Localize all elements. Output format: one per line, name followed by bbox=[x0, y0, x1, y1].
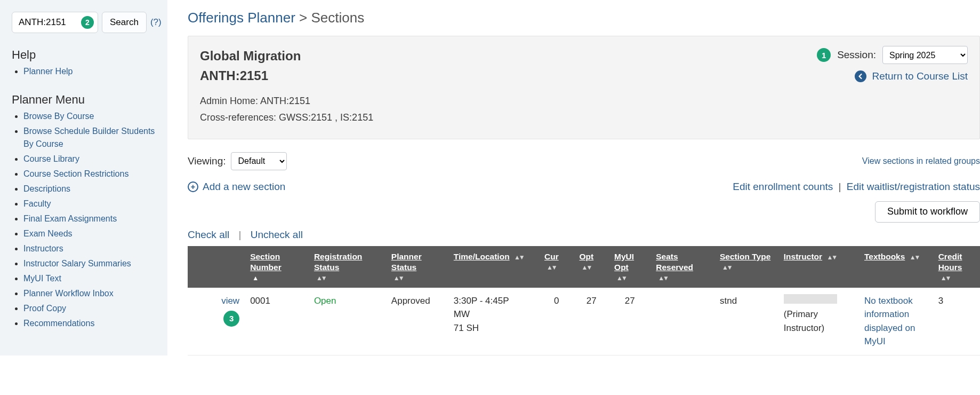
sort-icon: ▲▼ bbox=[514, 254, 524, 261]
session-select[interactable]: Spring 2025 bbox=[882, 46, 968, 64]
sort-icon: ▲▼ bbox=[547, 264, 556, 271]
view-related-groups-link[interactable]: View sections in related groups bbox=[862, 156, 980, 166]
menu-final-exam-assignments[interactable]: Final Exam Assignments bbox=[23, 214, 117, 223]
menu-proof-copy[interactable]: Proof Copy bbox=[23, 304, 66, 313]
check-row: Check all | Uncheck all bbox=[188, 229, 980, 241]
table-row: view 3 0001 Open Approved 3:30P - 4:45P … bbox=[188, 288, 980, 356]
menu-planner-workflow-inbox[interactable]: Planner Workflow Inbox bbox=[23, 289, 114, 298]
sort-icon: ▲▼ bbox=[722, 264, 732, 271]
sidebar: 2 Search (?) Help Planner Help Planner M… bbox=[0, 0, 167, 356]
sort-icon: ▲▼ bbox=[393, 274, 403, 282]
breadcrumb-offerings-planner[interactable]: Offerings Planner bbox=[188, 10, 295, 26]
sort-asc-icon: ▲ bbox=[252, 274, 257, 282]
col-checkbox bbox=[188, 246, 208, 288]
edit-waitlist-status-link[interactable]: Edit waitlist/registration status bbox=[847, 181, 980, 192]
cell-planner-status: Approved bbox=[386, 288, 448, 356]
edit-enrollment-counts-link[interactable]: Edit enrollment counts bbox=[733, 181, 833, 192]
col-time-location[interactable]: Time/Location ▲▼ bbox=[448, 246, 539, 288]
menu-instructors[interactable]: Instructors bbox=[23, 244, 63, 253]
viewing-row: Viewing: Default View sections in relate… bbox=[188, 152, 980, 170]
time-line-3: 71 SH bbox=[454, 323, 479, 333]
menu-instructor-salary-summaries[interactable]: Instructor Salary Summaries bbox=[23, 259, 131, 268]
breadcrumb-current: Sections bbox=[311, 10, 365, 26]
help-list: Planner Help bbox=[12, 65, 156, 78]
cell-myui-opt: 27 bbox=[609, 288, 650, 356]
course-code: ANTH:2151 bbox=[200, 68, 268, 83]
col-planner-status[interactable]: Planner Status ▲▼ bbox=[386, 246, 448, 288]
help-section: Help Planner Help bbox=[12, 48, 156, 78]
col-opt[interactable]: Opt ▲▼ bbox=[574, 246, 609, 288]
textbooks-link[interactable]: No textbook information displayed on MyU… bbox=[864, 296, 915, 347]
planner-menu-section: Planner Menu Browse By Course Browse Sch… bbox=[12, 93, 156, 330]
submit-row: Submit to workflow bbox=[188, 201, 980, 223]
cell-instructor: (Primary Instructor) bbox=[778, 288, 859, 356]
col-seats-reserved[interactable]: Seats Reserved ▲▼ bbox=[650, 246, 714, 288]
col-registration-status[interactable]: Registration Status ▲▼ bbox=[309, 246, 386, 288]
return-row: Return to Course List bbox=[855, 70, 968, 82]
sort-icon: ▲▼ bbox=[582, 264, 591, 271]
check-all-link[interactable]: Check all bbox=[188, 229, 229, 240]
menu-browse-by-course[interactable]: Browse By Course bbox=[23, 112, 94, 121]
col-view bbox=[208, 246, 245, 288]
col-cur[interactable]: Cur ▲▼ bbox=[539, 246, 574, 288]
course-name: Global Migration bbox=[200, 49, 301, 63]
add-section-link[interactable]: Add a new section bbox=[203, 181, 285, 193]
help-heading: Help bbox=[12, 48, 156, 62]
view-section-link[interactable]: view bbox=[221, 296, 239, 306]
cell-seats-reserved bbox=[650, 288, 714, 356]
cell-credit-hours: 3 bbox=[933, 288, 980, 356]
col-instructor[interactable]: Instructor ▲▼ bbox=[778, 246, 859, 288]
col-credit-hours[interactable]: Credit Hours ▲▼ bbox=[933, 246, 980, 288]
menu-recommendations[interactable]: Recommendations bbox=[23, 319, 94, 328]
add-section[interactable]: + Add a new section bbox=[188, 181, 285, 193]
col-myui-opt[interactable]: MyUI Opt ▲▼ bbox=[609, 246, 650, 288]
cell-opt: 27 bbox=[574, 288, 609, 356]
time-line-1: 3:30P - 4:45P bbox=[454, 296, 509, 306]
sections-table: Section Number ▲ Registration Status ▲▼ … bbox=[188, 246, 980, 356]
xref-label: Cross-references: bbox=[200, 112, 276, 123]
session-label: Session: bbox=[837, 49, 876, 61]
search-button[interactable]: Search bbox=[102, 12, 147, 33]
link-divider: | bbox=[839, 181, 841, 192]
session-row: 1 Session: Spring 2025 bbox=[817, 46, 968, 64]
menu-course-section-restrictions[interactable]: Course Section Restrictions bbox=[23, 169, 128, 178]
admin-home-label: Admin Home: bbox=[200, 96, 258, 106]
sort-icon: ▲▼ bbox=[910, 254, 919, 261]
col-textbooks[interactable]: Textbooks ▲▼ bbox=[859, 246, 933, 288]
check-divider: | bbox=[238, 229, 241, 240]
uncheck-all-link[interactable]: Uncheck all bbox=[251, 229, 303, 240]
breadcrumb-sep: > bbox=[299, 10, 307, 26]
planner-menu-heading: Planner Menu bbox=[12, 93, 156, 107]
step-badge-2: 2 bbox=[81, 16, 94, 29]
col-section-type[interactable]: Section Type ▲▼ bbox=[714, 246, 778, 288]
search-input-wrap: 2 bbox=[12, 12, 98, 33]
planner-menu-list: Browse By Course Browse Schedule Builder… bbox=[12, 110, 156, 330]
col-section-number[interactable]: Section Number ▲ bbox=[245, 246, 309, 288]
viewing-select[interactable]: Default bbox=[231, 152, 287, 170]
course-header-box: Global Migration ANTH:2151 Admin Home: A… bbox=[188, 36, 980, 139]
cell-time-location: 3:30P - 4:45P MW 71 SH bbox=[448, 288, 539, 356]
step-badge-1: 1 bbox=[817, 48, 831, 62]
cell-registration-status: Open bbox=[309, 288, 386, 356]
sort-icon: ▲▼ bbox=[658, 274, 668, 282]
menu-myui-text[interactable]: MyUI Text bbox=[23, 274, 61, 283]
submit-to-workflow-button[interactable]: Submit to workflow bbox=[875, 201, 980, 223]
menu-descriptions[interactable]: Descriptions bbox=[23, 184, 70, 193]
breadcrumb: Offerings Planner > Sections bbox=[188, 10, 980, 26]
menu-faculty[interactable]: Faculty bbox=[23, 199, 51, 208]
cell-checkbox[interactable] bbox=[188, 288, 208, 356]
course-meta: Admin Home: ANTH:2151 Cross-references: … bbox=[200, 93, 968, 125]
plus-circle-icon: + bbox=[188, 181, 198, 192]
actions-row: + Add a new section Edit enrollment coun… bbox=[188, 181, 980, 193]
cell-view: view 3 bbox=[208, 288, 245, 356]
step-badge-3: 3 bbox=[223, 311, 239, 327]
menu-course-library[interactable]: Course Library bbox=[23, 154, 79, 163]
sort-icon: ▲▼ bbox=[616, 274, 626, 282]
edit-links: Edit enrollment counts | Edit waitlist/r… bbox=[733, 181, 980, 193]
help-link-planner-help[interactable]: Planner Help bbox=[23, 67, 73, 76]
return-to-course-list-link[interactable]: Return to Course List bbox=[872, 70, 968, 82]
search-help-link[interactable]: (?) bbox=[150, 17, 162, 28]
menu-browse-schedule-builder[interactable]: Browse Schedule Builder Students By Cour… bbox=[23, 127, 155, 148]
menu-exam-needs[interactable]: Exam Needs bbox=[23, 229, 73, 238]
cell-section-number: 0001 bbox=[245, 288, 309, 356]
